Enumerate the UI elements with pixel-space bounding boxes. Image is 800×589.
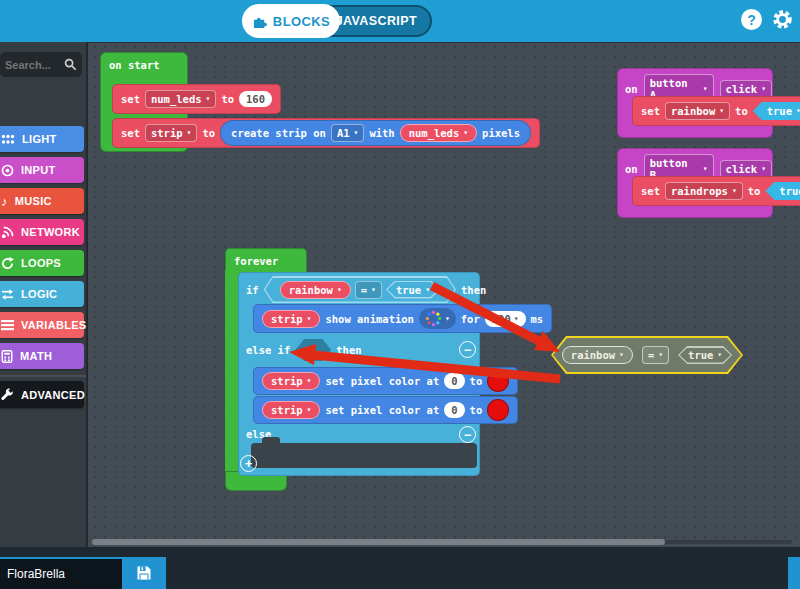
comparison-block[interactable]: rainbow ▾ = ▾ true ▾ <box>264 276 456 303</box>
dropdown-caret: ▾ <box>703 165 708 173</box>
variable-dropdown[interactable]: raindrops ▾ <box>665 182 743 200</box>
sidebar-item-music[interactable]: ♪ MUSIC <box>0 188 84 214</box>
search-box[interactable] <box>0 52 82 77</box>
event-value: click <box>726 163 758 175</box>
sidebar-item-loops[interactable]: LOOPS <box>0 250 84 276</box>
save-button[interactable] <box>122 557 166 589</box>
boolean-true-block[interactable]: true ▾ <box>386 281 440 299</box>
broadcast-icon <box>1 226 14 239</box>
tab-javascript-label: JAVASCRIPT <box>336 14 417 28</box>
for-keyword: for <box>461 313 480 325</box>
operator-dropdown[interactable]: = ▾ <box>642 346 669 364</box>
animation-picker-dropdown[interactable]: ▾ <box>419 308 456 329</box>
dragged-condition-block[interactable]: rainbow ▾ = ▾ true ▾ <box>551 336 743 374</box>
boolean-true-block[interactable]: true ▾ <box>765 182 800 200</box>
color-swatch-red[interactable] <box>487 399 509 421</box>
strip-variable-pill[interactable]: strip ▾ <box>262 310 320 328</box>
dropdown-caret: ▾ <box>719 107 724 115</box>
duration-dropdown[interactable]: 500 ▾ <box>485 311 526 327</box>
index-value: 0 <box>451 375 457 387</box>
remove-branch-button[interactable]: − <box>459 426 476 443</box>
loop-icon <box>1 257 14 270</box>
dropdown-caret: ▾ <box>514 315 519 323</box>
logic-swap-icon <box>1 288 14 301</box>
boolean-value: true <box>688 349 713 361</box>
on-start-label: on start <box>109 59 160 71</box>
puzzle-icon <box>252 14 267 29</box>
show-animation-block[interactable]: strip ▾ show animation ▾ for 500 ▾ ms <box>253 304 552 333</box>
on-keyword: on <box>625 163 638 175</box>
variable-dropdown[interactable]: rainbow ▾ <box>665 102 730 120</box>
variable-dropdown[interactable]: num_leds ▾ <box>145 90 216 108</box>
number-input[interactable]: 160 <box>239 91 272 107</box>
dropdown-caret: ▾ <box>187 129 192 137</box>
set-pixel-color-label: set pixel color at <box>325 375 439 387</box>
variable-name: rainbow <box>289 284 333 296</box>
sidebar-item-logic[interactable]: LOGIC <box>0 281 84 307</box>
empty-condition-slot[interactable] <box>295 339 331 361</box>
remove-branch-button[interactable]: − <box>459 341 476 358</box>
search-input[interactable] <box>5 59 64 71</box>
plus-icon: + <box>245 458 252 470</box>
set-pixel-color-label: set pixel color at <box>325 404 439 416</box>
dropdown-caret: ▾ <box>463 129 468 137</box>
sidebar-item-label: ADVANCED <box>21 389 85 401</box>
sidebar-item-variables[interactable]: VARIABLES <box>0 312 84 338</box>
sidebar-item-math[interactable]: MATH <box>0 343 84 369</box>
set-strip-block[interactable]: set strip ▾ to create strip on A1 ▾ with… <box>112 118 540 148</box>
settings-gear-icon[interactable] <box>771 8 794 31</box>
operator-value: = <box>361 284 367 296</box>
tab-blocks[interactable]: BLOCKS <box>242 4 340 38</box>
pixel-index-input[interactable]: 0 <box>444 373 464 389</box>
set-pixel-color-block[interactable]: strip ▾ set pixel color at 0 to <box>253 367 518 395</box>
if-condition-row[interactable]: if rainbow ▾ = ▾ true ▾ <box>240 276 486 303</box>
duration-value: 500 <box>492 313 511 325</box>
set-raindrops-block[interactable]: set raindrops ▾ to true ▾ <box>632 176 800 206</box>
set-rainbow-block[interactable]: set rainbow ▾ to true ▾ <box>632 96 800 126</box>
strip-variable-pill[interactable]: strip ▾ <box>262 401 320 419</box>
button-icon <box>1 164 14 177</box>
variable-dropdown[interactable]: strip ▾ <box>145 124 197 142</box>
horizontal-scrollbar-thumb[interactable] <box>92 539 665 545</box>
pin-value: A1 <box>337 127 350 139</box>
rainbow-variable-pill[interactable]: rainbow ▾ <box>562 346 633 364</box>
set-keyword: set <box>641 185 660 197</box>
set-pixel-color-block[interactable]: strip ▾ set pixel color at 0 to <box>253 396 518 424</box>
sidebar-divider <box>0 375 86 377</box>
num-leds-variable-pill[interactable]: num_leds ▾ <box>400 124 477 142</box>
empty-statement-slot[interactable] <box>251 443 477 468</box>
dropdown-caret: ▾ <box>371 286 376 294</box>
sidebar-item-light[interactable]: LIGHT <box>0 126 84 152</box>
show-animation-label: show animation <box>325 313 414 325</box>
tab-blocks-label: BLOCKS <box>273 14 330 29</box>
boolean-true-block[interactable]: true ▾ <box>753 102 800 120</box>
create-strip-block[interactable]: create strip on A1 ▾ with num_leds ▾ pix… <box>220 120 531 146</box>
sidebar-item-label: INPUT <box>21 164 56 176</box>
sidebar-item-network[interactable]: NETWORK <box>0 219 84 245</box>
variable-name: strip <box>271 375 303 387</box>
to-keyword: to <box>735 105 748 117</box>
sidebar-item-input[interactable]: INPUT <box>0 157 84 183</box>
project-name-input[interactable] <box>0 557 122 589</box>
then-keyword: then <box>336 344 361 356</box>
operator-dropdown[interactable]: = ▾ <box>355 281 382 299</box>
sidebar-item-advanced[interactable]: ADVANCED <box>0 381 84 408</box>
strip-variable-pill[interactable]: strip ▾ <box>262 372 320 390</box>
help-button[interactable]: ? <box>741 9 762 30</box>
dropdown-caret: ▾ <box>796 107 800 115</box>
set-num-leds-block[interactable]: set num_leds ▾ to 160 <box>112 84 281 114</box>
dropdown-caret: ▾ <box>425 286 430 294</box>
set-keyword: set <box>121 127 140 139</box>
pixel-index-input[interactable]: 0 <box>444 402 464 418</box>
color-swatch-red[interactable] <box>487 370 509 392</box>
add-branch-button[interactable]: + <box>240 455 257 472</box>
boolean-true-block[interactable]: true ▾ <box>678 346 732 364</box>
dropdown-caret: ▾ <box>658 351 663 359</box>
pin-dropdown[interactable]: A1 ▾ <box>331 124 364 142</box>
rainbow-variable-pill[interactable]: rainbow ▾ <box>280 281 351 299</box>
dropdown-caret: ▾ <box>761 85 766 93</box>
corner-accent <box>788 557 800 589</box>
on-keyword: on <box>625 83 638 95</box>
statement-notch <box>262 437 280 445</box>
else-if-row[interactable]: else if then <box>240 337 362 363</box>
